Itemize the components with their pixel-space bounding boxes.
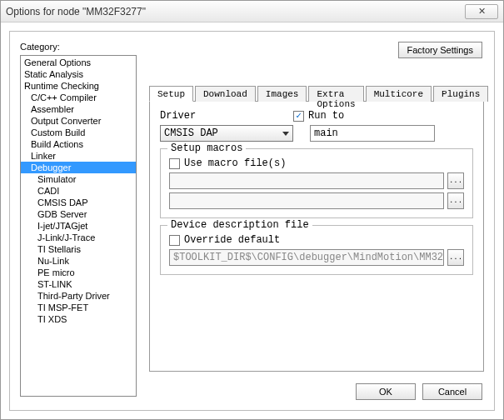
- macro-file1-input[interactable]: [169, 172, 444, 189]
- tab-setup[interactable]: Setup: [149, 86, 193, 102]
- tab-plugins[interactable]: Plugins: [433, 86, 488, 102]
- category-item[interactable]: Runtime Checking: [21, 80, 136, 92]
- category-item[interactable]: I-jet/JTAGjet: [21, 220, 136, 232]
- run-to-label: Run to: [308, 110, 344, 122]
- driver-label: Driver: [160, 110, 277, 122]
- titlebar: Options for node "MM32F3277" ✕: [1, 1, 503, 22]
- category-item[interactable]: GDB Server: [21, 208, 136, 220]
- category-item[interactable]: CADI: [21, 185, 136, 197]
- ddf-browse-button[interactable]: ...: [447, 249, 464, 266]
- category-item[interactable]: Nu-Link: [21, 255, 136, 267]
- ddf-legend: Device description file: [167, 219, 312, 231]
- category-item[interactable]: Assembler: [21, 103, 136, 115]
- category-item[interactable]: C/C++ Compiler: [21, 92, 136, 103]
- category-item[interactable]: Custom Build: [21, 127, 136, 138]
- category-item[interactable]: TI Stellaris: [21, 243, 136, 255]
- dialog-buttons: OK Cancel: [356, 383, 482, 400]
- tab-body-setup: Driver Run to CMSIS DAP main: [149, 102, 484, 372]
- macro-file2-browse-button[interactable]: ...: [447, 192, 464, 209]
- tab-multicore[interactable]: Multicore: [366, 86, 432, 102]
- category-item[interactable]: PE micro: [21, 267, 136, 278]
- cancel-button[interactable]: Cancel: [422, 383, 482, 400]
- category-item[interactable]: ST-LINK: [21, 278, 136, 290]
- options-dialog: Options for node "MM32F3277" ✕ Category:…: [0, 0, 504, 420]
- category-item[interactable]: TI MSP-FET: [21, 302, 136, 313]
- category-item[interactable]: Static Analysis: [21, 68, 136, 80]
- ddf-path-input[interactable]: $TOOLKIT_DIR$\CONFIG\debugger\MindMotion…: [169, 249, 444, 266]
- macro-file2-input[interactable]: [169, 192, 444, 209]
- driver-select[interactable]: CMSIS DAP: [160, 125, 293, 142]
- tab-download[interactable]: Download: [195, 86, 256, 102]
- setup-macros-legend: Setup macros: [167, 142, 246, 154]
- category-item[interactable]: Simulator: [21, 173, 136, 185]
- category-item[interactable]: Output Converter: [21, 115, 136, 127]
- category-item[interactable]: J-Link/J-Trace: [21, 232, 136, 243]
- category-item[interactable]: TI XDS: [21, 313, 136, 325]
- factory-settings-button[interactable]: Factory Settings: [398, 42, 482, 58]
- override-default-label: Override default: [184, 234, 280, 246]
- use-macro-label: Use macro file(s): [184, 158, 286, 169]
- driver-value: CMSIS DAP: [164, 128, 218, 139]
- setup-macros-group: Setup macros Use macro file(s) ... ...: [160, 148, 473, 218]
- ddf-group: Device description file Override default…: [160, 225, 473, 275]
- run-to-input[interactable]: main: [310, 125, 435, 142]
- override-default-checkbox[interactable]: [169, 235, 180, 246]
- close-icon: ✕: [478, 6, 486, 17]
- close-button[interactable]: ✕: [465, 4, 498, 19]
- category-item[interactable]: Third-Party Driver: [21, 290, 136, 302]
- content-panel: Category: General OptionsStatic Analysis…: [9, 31, 495, 411]
- macro-file1-browse-button[interactable]: ...: [447, 172, 464, 189]
- right-pane: Factory Settings SetupDownloadImagesExtr…: [147, 40, 486, 373]
- window-title: Options for node "MM32F3277": [6, 6, 146, 18]
- chevron-down-icon: [282, 132, 289, 136]
- category-item[interactable]: General Options: [21, 57, 136, 68]
- ok-button[interactable]: OK: [356, 383, 416, 400]
- category-item[interactable]: CMSIS DAP: [21, 197, 136, 208]
- category-list[interactable]: General OptionsStatic AnalysisRuntime Ch…: [20, 55, 137, 397]
- tabstrip: SetupDownloadImagesExtra OptionsMulticor…: [149, 85, 484, 102]
- use-macro-checkbox[interactable]: [169, 158, 180, 169]
- tab-images[interactable]: Images: [257, 86, 307, 102]
- tab-extra-options[interactable]: Extra Options: [308, 86, 363, 102]
- category-label: Category:: [20, 42, 60, 52]
- category-item[interactable]: Build Actions: [21, 138, 136, 150]
- category-item[interactable]: Linker: [21, 150, 136, 162]
- run-to-checkbox[interactable]: [293, 111, 304, 122]
- category-item[interactable]: Debugger: [21, 162, 136, 173]
